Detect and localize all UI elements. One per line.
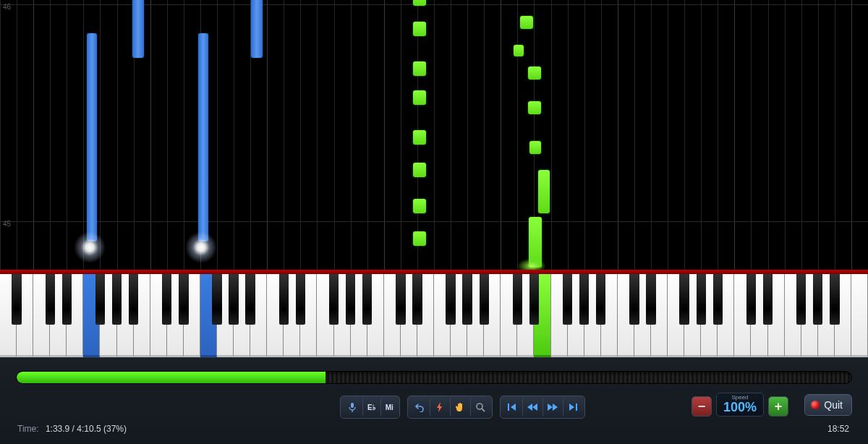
toolbar: E♭Mi [340, 396, 585, 419]
speed-increase-button[interactable]: + [768, 396, 788, 417]
black-key[interactable] [362, 274, 372, 325]
progress-fill [17, 372, 326, 383]
black-key[interactable] [212, 274, 221, 325]
record-dot-icon [811, 401, 820, 409]
black-key[interactable] [629, 274, 639, 325]
eb-button[interactable]: E♭ [362, 398, 380, 417]
undo-icon [414, 402, 425, 412]
black-key[interactable] [412, 274, 422, 325]
toolbar-group [407, 396, 493, 419]
toolbar-group: E♭Mi [340, 396, 400, 419]
black-key[interactable] [480, 274, 489, 325]
black-key[interactable] [62, 274, 72, 325]
falling-note [251, 0, 263, 58]
quit-button[interactable]: Quit [804, 394, 852, 416]
black-key[interactable] [679, 274, 689, 325]
black-key[interactable] [162, 274, 171, 325]
time-value: 1:33.9 / 4:10.5 (37%) [46, 424, 127, 434]
mic-icon [348, 402, 357, 412]
black-key[interactable] [279, 274, 289, 325]
black-key[interactable] [579, 274, 589, 325]
svg-point-1 [477, 404, 482, 409]
falling-note [413, 199, 426, 213]
white-key[interactable] [851, 274, 868, 357]
falling-note [528, 67, 541, 80]
wall-clock: 18:52 [827, 424, 849, 434]
falling-note [529, 217, 542, 268]
piano-keyboard[interactable] [0, 274, 868, 357]
measure-label: 46 [3, 3, 11, 11]
black-key[interactable] [245, 274, 255, 325]
speed-value: 100% [723, 401, 757, 414]
rew-icon [527, 403, 538, 411]
speed-decrease-button[interactable]: − [692, 396, 712, 417]
black-key[interactable] [446, 274, 455, 325]
black-key[interactable] [46, 274, 55, 325]
skipfwd-icon [568, 403, 578, 411]
zoom-icon [475, 402, 485, 412]
black-key[interactable] [129, 274, 138, 325]
hand-button[interactable] [450, 398, 470, 417]
transport-bar: E♭Mi − Speed 100% + Quit Time: 1:33.9 / … [0, 357, 868, 444]
undo-button[interactable] [409, 398, 430, 417]
black-key[interactable] [830, 274, 839, 325]
black-key[interactable] [646, 274, 655, 325]
speed-control: − Speed 100% + [692, 393, 788, 417]
falling-note [413, 163, 426, 177]
black-key[interactable] [796, 274, 806, 325]
zoom-button[interactable] [470, 398, 490, 417]
black-key[interactable] [513, 274, 522, 325]
falling-note [87, 33, 97, 242]
svg-rect-3 [508, 404, 509, 411]
svg-line-2 [482, 409, 485, 411]
black-key[interactable] [697, 274, 706, 325]
falling-note [529, 141, 541, 154]
black-key[interactable] [296, 274, 305, 325]
black-key[interactable] [95, 274, 105, 325]
mi-button[interactable]: Mi [380, 398, 398, 417]
black-key[interactable] [112, 274, 122, 325]
black-key[interactable] [713, 274, 723, 325]
toolbar-group [500, 396, 585, 419]
time-label: Time: [17, 424, 39, 434]
note-fall-area: 4645 [0, 0, 868, 271]
black-key[interactable] [346, 274, 355, 325]
speed-display: Speed 100% [716, 393, 764, 417]
hand-icon [455, 402, 465, 412]
black-key[interactable] [596, 274, 605, 325]
black-key[interactable] [529, 274, 539, 325]
falling-note [413, 22, 426, 36]
falling-note [198, 33, 208, 242]
falling-note [413, 130, 426, 145]
metronome-button[interactable] [430, 398, 450, 417]
mic-button[interactable] [342, 398, 362, 417]
progress-bar[interactable] [16, 371, 852, 384]
falling-note [413, 231, 426, 246]
quit-label: Quit [824, 399, 843, 411]
bolt-icon [435, 402, 444, 412]
svg-rect-0 [351, 403, 354, 408]
measure-label: 45 [3, 220, 11, 228]
falling-note [413, 61, 426, 76]
time-readout: Time: 1:33.9 / 4:10.5 (37%) [17, 424, 127, 434]
falling-note [538, 170, 550, 213]
falling-note [520, 16, 533, 29]
black-key[interactable] [462, 274, 472, 325]
next-track-button[interactable] [563, 398, 583, 417]
forward-button[interactable] [542, 398, 563, 417]
black-key[interactable] [813, 274, 822, 325]
black-key[interactable] [12, 274, 21, 325]
svg-rect-4 [576, 404, 577, 411]
black-key[interactable] [229, 274, 238, 325]
falling-note [413, 90, 426, 105]
black-key[interactable] [746, 274, 756, 325]
black-key[interactable] [396, 274, 405, 325]
black-key[interactable] [329, 274, 339, 325]
black-key[interactable] [179, 274, 188, 325]
falling-note [132, 0, 144, 58]
ff-icon [547, 403, 558, 411]
black-key[interactable] [563, 274, 572, 325]
rewind-button[interactable] [522, 398, 542, 417]
prev-track-button[interactable] [502, 398, 522, 417]
black-key[interactable] [763, 274, 773, 325]
